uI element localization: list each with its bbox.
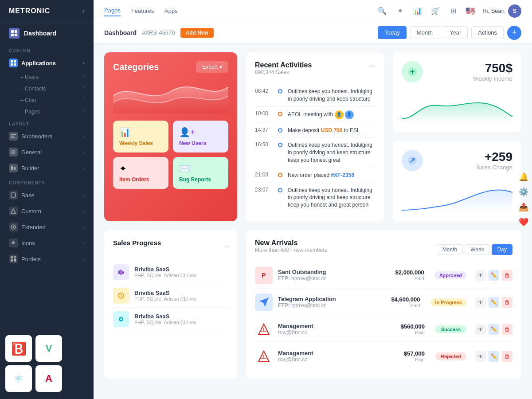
progress-avatar-0: [113, 264, 129, 280]
activity-time: 10:00: [255, 110, 273, 117]
tab-day[interactable]: Day: [492, 244, 512, 255]
sidebar-item-icons[interactable]: Icons ›: [0, 235, 94, 251]
edit-action-2[interactable]: ✏️: [489, 324, 499, 335]
cat-item-item-orders[interactable]: ✦ Item Orders: [113, 157, 168, 189]
svg-rect-28: [122, 271, 124, 274]
arrival-logo-2: [255, 321, 273, 338]
activities-subtitle: 890,344 Sales: [255, 69, 312, 75]
arrival-logo-1: [255, 293, 273, 311]
sidebar-sub-users[interactable]: – Users ›: [0, 71, 94, 82]
sidebar-item-portlets[interactable]: Portlets ›: [0, 251, 94, 267]
icons-chevron-icon: ›: [83, 241, 85, 246]
sidebar-toggle-icon[interactable]: ‹: [82, 7, 85, 15]
edit-action-0[interactable]: ✏️: [489, 270, 499, 281]
sidebar-item-applications[interactable]: Applications ▾: [0, 55, 94, 71]
arrival-info-0: Sant Outstanding FTP: bprow@bnc.cc: [278, 269, 390, 282]
top-navigation: Pages Features Apps 🔍 ✦ 📊 🛒 ⊞ 🇺🇸 Hi, Sea…: [94, 0, 532, 22]
delete-action-0[interactable]: 🗑: [502, 270, 512, 281]
breadcrumb-id: #XRS-45670: [142, 29, 175, 36]
right-action-icons: 🔔 ⚙️ 📤 ❤️: [519, 172, 528, 227]
progress-sub-1: PHP, SQLite, Artisan CLI мм: [134, 296, 228, 301]
right-icon-1[interactable]: 🔔: [519, 172, 528, 182]
progress-name-1: Briviba SaaS: [134, 289, 228, 296]
sidebar-item-builder[interactable]: Builder ›: [0, 160, 94, 176]
svg-rect-3: [15, 34, 17, 36]
tab-week[interactable]: Week: [465, 244, 489, 255]
sidebar-item-subheaders[interactable]: Subheaders ›: [0, 128, 94, 144]
export-button[interactable]: Export ▾: [196, 61, 228, 73]
arrival-name-0: Sant Outstanding: [278, 269, 390, 275]
view-action-1[interactable]: 👁: [475, 297, 486, 308]
right-icon-3[interactable]: 📤: [519, 202, 528, 212]
plus-button[interactable]: +: [507, 26, 521, 40]
grid-icon[interactable]: ⊞: [448, 6, 458, 16]
sales-change-chart: [402, 186, 512, 212]
activities-card: Recent Activities 890,344 Sales ··· 08:4…: [246, 52, 384, 221]
tab-month[interactable]: Month: [437, 244, 463, 255]
edit-action-3[interactable]: ✏️: [489, 351, 499, 362]
activity-item-1000: 10:00 AEOL meeting with 👤 👤: [255, 107, 375, 123]
search-icon[interactable]: 🔍: [377, 6, 387, 16]
nav-link-pages[interactable]: Pages: [104, 5, 121, 16]
framework-vue: V: [35, 335, 62, 362]
new-arrivals-card: New Arrivals More than 400+ new members …: [246, 230, 521, 379]
view-action-3[interactable]: 👁: [475, 351, 486, 362]
delete-action-3[interactable]: 🗑: [502, 351, 512, 362]
content-area: Categories Export ▾: [94, 43, 532, 399]
right-icon-2[interactable]: ⚙️: [519, 187, 528, 197]
edit-action-1[interactable]: ✏️: [489, 297, 499, 308]
actions-button[interactable]: Actions: [471, 26, 504, 39]
sidebar-sub-pages[interactable]: – Pages ›: [0, 106, 94, 117]
status-badge-0: Approved: [435, 271, 466, 279]
avatar-1: 👤: [335, 110, 344, 119]
sidebar-sub-chat[interactable]: – Chat ›: [0, 94, 94, 106]
sales-progress-more-icon[interactable]: ··: [224, 242, 228, 250]
sidebar-dashboard-item[interactable]: Dashboard: [0, 23, 94, 44]
activity-dot: [278, 112, 282, 116]
extended-chevron-icon: ›: [83, 225, 85, 230]
activity-dot: [278, 188, 282, 192]
activities-more-icon[interactable]: ···: [368, 61, 375, 70]
date-btn-month[interactable]: Month: [410, 26, 439, 39]
chart-icon[interactable]: 📊: [412, 6, 423, 16]
delete-action-2[interactable]: 🗑: [502, 324, 512, 335]
activity-item-0842: 08:42 Outlines keep you honest. Indulgin…: [255, 84, 375, 107]
date-btn-year[interactable]: Year: [443, 26, 468, 39]
user-info[interactable]: Hi, Sean S: [482, 4, 521, 18]
sidebar-item-extended[interactable]: Extended ›: [0, 219, 94, 235]
contacts-chevron-icon: ›: [83, 84, 85, 89]
delete-action-1[interactable]: 🗑: [502, 297, 512, 308]
framework-bootstrap: 🅱️: [5, 335, 32, 362]
add-new-button[interactable]: Add New: [180, 28, 214, 38]
sales-change-label: Sales Change: [476, 164, 512, 171]
arrival-item-0: P Sant Outstanding FTP: bprow@bnc.cc $2,…: [255, 262, 512, 289]
sidebar-item-custom[interactable]: Custom ›: [0, 203, 94, 219]
arrival-ftp-0: FTP: bprow@bnc.cc: [278, 275, 390, 282]
nav-link-features[interactable]: Features: [131, 6, 154, 16]
cat-item-new-users[interactable]: 👤+ New Users: [173, 121, 228, 153]
sidebar-item-label-subheaders: Subheaders: [21, 133, 52, 140]
sidebar-sub-contacts[interactable]: – Contacts ›: [0, 82, 94, 94]
nav-link-apps[interactable]: Apps: [164, 6, 178, 16]
activity-time: 16:50: [255, 141, 273, 148]
share-icon[interactable]: ✦: [395, 6, 405, 16]
sidebar-section-components: COMPONENTS: [0, 176, 94, 187]
arrivals-header: New Arrivals More than 400+ new members …: [255, 239, 512, 260]
cat-item-weekly-sales[interactable]: 📊 Weekly Sales: [113, 121, 168, 153]
arrivals-title: New Arrivals: [255, 239, 327, 247]
framework-react: ⚛: [5, 365, 32, 392]
sidebar-item-label-extended: Extended: [21, 224, 46, 231]
activity-content: Outlines keep you honest. Indulging in p…: [288, 88, 375, 103]
cart-icon[interactable]: 🛒: [430, 6, 441, 16]
sidebar-item-general[interactable]: General ›: [0, 144, 94, 160]
arrival-item-1: Telegram Application FTP: bprow@bnc.cc $…: [255, 289, 512, 316]
view-action-0[interactable]: 👁: [475, 270, 486, 281]
cat-item-bug-reports[interactable]: ✉️ Bug Reports: [173, 157, 228, 189]
custom-chevron-icon: ›: [83, 209, 85, 214]
view-action-2[interactable]: 👁: [475, 324, 486, 335]
activity-time: 08:42: [255, 88, 273, 94]
date-btn-today[interactable]: Today: [378, 26, 407, 39]
right-icon-4[interactable]: ❤️: [519, 217, 528, 227]
sidebar-item-base[interactable]: Base ›: [0, 187, 94, 203]
dashboard-icon: [9, 28, 20, 39]
